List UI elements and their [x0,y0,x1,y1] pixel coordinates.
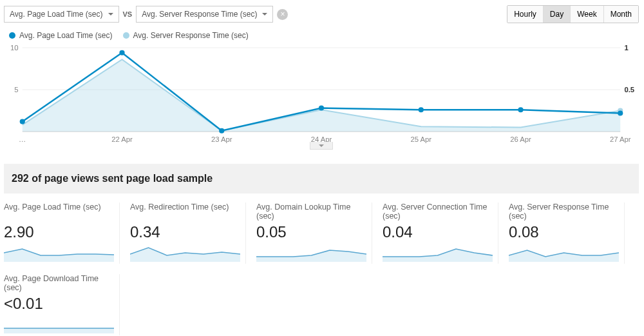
svg-point-21 [618,110,623,115]
metric-card-value: 0.08 [509,223,619,241]
vs-label: VS [123,10,133,18]
primary-metric-select[interactable]: Avg. Page Load Time (sec) [4,6,119,23]
sparkline [130,244,240,262]
metric-cards: Avg. Page Load Time (sec)2.90Avg. Redire… [4,203,639,335]
svg-point-17 [219,128,224,133]
svg-text:22 Apr: 22 Apr [111,135,133,143]
sparkline [509,244,619,262]
svg-text:…: … [19,135,26,143]
metric-card[interactable]: Avg. Page Download Time (sec)<0.01 [4,274,120,335]
sparkline [256,244,366,262]
time-month-button[interactable]: Month [604,6,638,23]
legend-dot [123,32,129,39]
legend-item-primary: Avg. Page Load Time (sec) [9,31,113,40]
metric-card-value: 0.05 [256,223,366,241]
metric-card-value: 2.90 [4,223,114,241]
sparkline [383,244,493,262]
svg-text:1: 1 [624,44,628,52]
time-day-button[interactable]: Day [544,6,571,23]
chart-legend: Avg. Page Load Time (sec) Avg. Server Re… [9,31,639,40]
metric-card-value: 0.34 [130,223,240,241]
metric-card-title: Avg. Redirection Time (sec) [130,203,240,222]
legend-dot [9,32,15,39]
svg-text:10: 10 [10,44,19,52]
metric-selectors: Avg. Page Load Time (sec) VS Avg. Server… [4,6,288,23]
legend-label: Avg. Server Response Time (sec) [133,31,249,40]
sparkline [4,315,114,333]
svg-point-16 [119,50,124,55]
primary-metric-label: Avg. Page Load Time (sec) [10,10,103,19]
legend-label: Avg. Page Load Time (sec) [19,31,113,40]
metric-card-title: Avg. Page Load Time (sec) [4,203,114,222]
svg-text:0.5: 0.5 [624,86,634,94]
svg-point-20 [518,107,523,112]
time-granularity-toggle: HourlyDayWeekMonth [507,5,639,23]
page-load-sample-banner: 292 of page views sent page load sample [4,164,639,193]
metric-card[interactable]: Avg. Page Load Time (sec)2.90 [4,203,120,264]
clear-secondary-icon[interactable] [277,9,288,20]
sparkline [4,244,114,262]
metric-card-title: Avg. Domain Lookup Time (sec) [256,203,366,222]
secondary-metric-label: Avg. Server Response Time (sec) [142,10,257,19]
svg-text:23 Apr: 23 Apr [211,135,232,143]
svg-text:27 Apr: 27 Apr [610,135,631,143]
metric-card-title: Avg. Server Response Time (sec) [509,203,619,222]
metric-card[interactable]: Avg. Redirection Time (sec)0.34 [130,203,246,264]
metric-card-value: 0.04 [383,223,493,241]
chart-expand-handle[interactable] [310,142,333,150]
svg-point-19 [419,107,424,112]
metric-card-title: Avg. Page Download Time (sec) [4,274,114,293]
main-line-chart: 5100.51…22 Apr23 Apr24 Apr25 Apr26 Apr27… [4,44,639,147]
metric-card[interactable]: Avg. Server Response Time (sec)0.08 [509,203,625,264]
metric-card[interactable]: Avg. Server Connection Time (sec)0.04 [383,203,498,264]
time-week-button[interactable]: Week [571,6,603,23]
caret-down-icon [262,13,267,15]
legend-item-secondary: Avg. Server Response Time (sec) [123,31,249,40]
svg-text:5: 5 [14,86,18,94]
svg-point-15 [20,119,25,124]
svg-text:26 Apr: 26 Apr [510,135,531,143]
metric-card[interactable]: Avg. Domain Lookup Time (sec)0.05 [256,203,372,264]
svg-point-18 [319,106,324,111]
secondary-metric-select[interactable]: Avg. Server Response Time (sec) [136,6,273,23]
metric-card-title: Avg. Server Connection Time (sec) [383,203,493,222]
caret-down-icon [108,13,113,15]
time-hourly-button[interactable]: Hourly [507,6,544,23]
svg-text:25 Apr: 25 Apr [410,135,431,143]
top-controls: Avg. Page Load Time (sec) VS Avg. Server… [4,5,639,23]
metric-card-value: <0.01 [4,295,114,313]
